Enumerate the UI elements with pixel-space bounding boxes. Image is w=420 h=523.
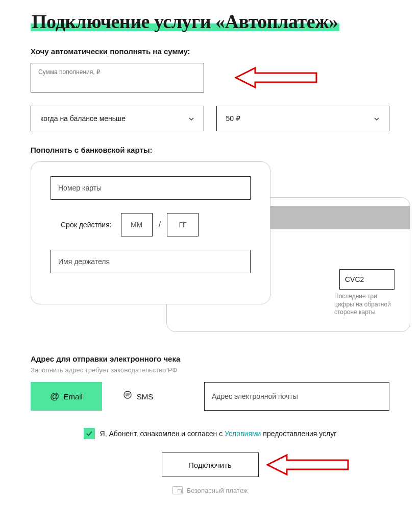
amount-input[interactable]: Сумма пополнения, ₽ — [31, 63, 204, 92]
agreement-suffix: предоставления услуг — [261, 430, 336, 438]
mm-placeholder: ММ — [131, 221, 142, 229]
yy-placeholder: ГГ — [179, 221, 186, 229]
secure-label: Безопасный платеж — [187, 487, 248, 494]
card-number-placeholder: Номер карты — [58, 184, 102, 192]
card-number-input[interactable]: Номер карты — [51, 176, 251, 200]
at-icon: @ — [50, 391, 59, 402]
chevron-down-icon — [188, 115, 194, 122]
amount-label: Хочу автоматически пополнять на сумму: — [31, 47, 389, 56]
submit-label: Подключить — [188, 461, 232, 469]
threshold-select[interactable]: 50 ₽ — [216, 106, 390, 131]
cvc-placeholder: CVC2 — [345, 275, 364, 283]
agreement-text: Я, Абонент, ознакомлен и согласен с Усло… — [100, 430, 337, 438]
tab-sms-label: SMS — [137, 392, 154, 401]
agreement-prefix: Я, Абонент, ознакомлен и согласен с — [100, 430, 225, 438]
receipt-title: Адрес для отправки электронного чека — [31, 354, 389, 363]
terms-link[interactable]: Условиями — [225, 430, 261, 438]
annotation-arrow-1 — [235, 66, 322, 89]
cardholder-input[interactable]: Имя держателя — [51, 250, 251, 273]
email-input[interactable]: Адрес электронной почты — [204, 382, 389, 411]
threshold-value: 50 ₽ — [226, 114, 240, 123]
submit-button[interactable]: Подключить — [162, 453, 259, 477]
tab-sms[interactable]: SMS — [102, 382, 174, 411]
speech-bubble-icon — [122, 390, 133, 403]
card-front: Номер карты Срок действия: ММ / ГГ Имя д… — [31, 161, 270, 304]
condition-select[interactable]: когда на балансе меньше — [31, 106, 204, 131]
cvc-hint: Последние три цифры на обратной стороне … — [334, 293, 394, 317]
agreement-checkbox[interactable] — [84, 428, 95, 439]
expiry-year-input[interactable]: ГГ — [167, 213, 199, 236]
chevron-down-icon — [374, 115, 380, 122]
lock-card-icon — [172, 486, 183, 494]
expiry-label: Срок действия: — [61, 221, 112, 229]
expiry-separator: / — [159, 220, 161, 229]
condition-value: когда на балансе меньше — [40, 114, 126, 123]
expiry-month-input[interactable]: ММ — [121, 213, 153, 236]
holder-placeholder: Имя держателя — [58, 257, 110, 266]
tab-email[interactable]: @ Email — [31, 382, 102, 411]
annotation-arrow-2 — [266, 453, 353, 477]
amount-placeholder: Сумма пополнения, ₽ — [38, 68, 101, 76]
page-title: Подключение услуги «Автоплатеж» — [31, 11, 339, 32]
email-placeholder: Адрес электронной почты — [212, 392, 298, 400]
tab-email-label: Email — [63, 392, 83, 401]
cvc-input[interactable]: CVC2 — [339, 269, 394, 290]
card-section-label: Пополнять с банковской карты: — [31, 146, 389, 154]
receipt-subtitle: Заполнить адрес требует законодательство… — [31, 366, 389, 374]
